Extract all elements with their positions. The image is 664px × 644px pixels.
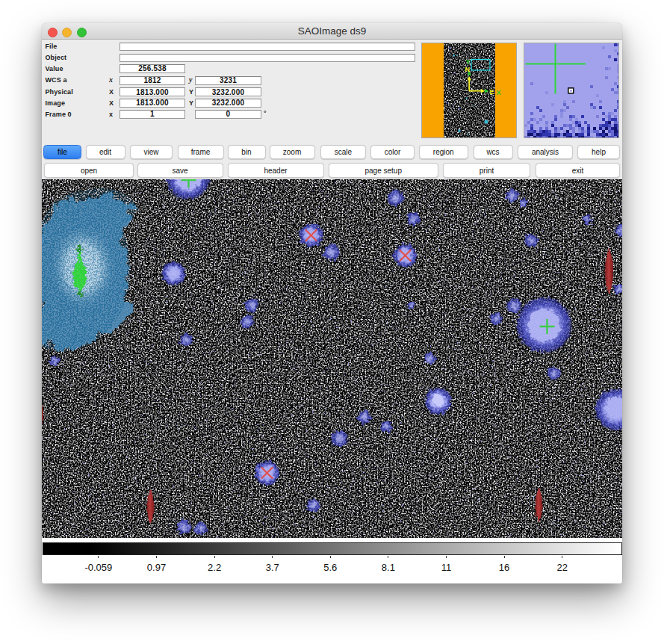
svg-text:E: E: [490, 88, 494, 96]
svg-text:X: X: [497, 89, 501, 96]
svg-text:N: N: [465, 66, 471, 73]
svg-text:Y: Y: [466, 58, 471, 66]
